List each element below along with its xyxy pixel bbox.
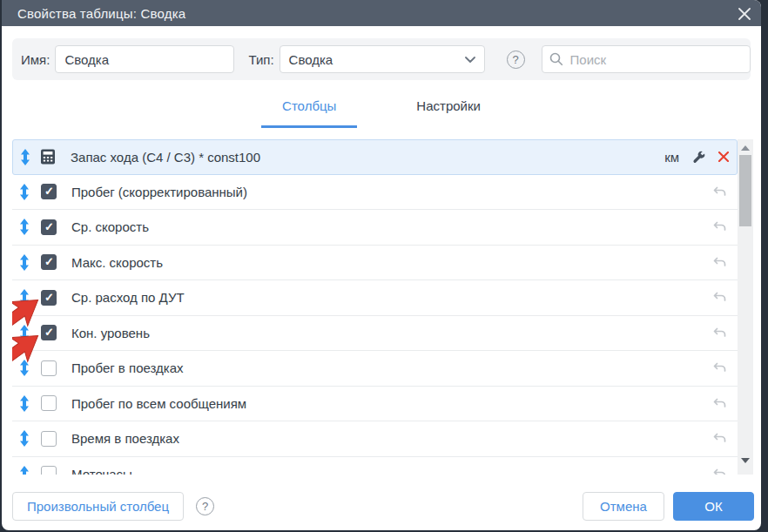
column-checkbox[interactable] [41, 254, 57, 270]
undo-icon[interactable] [712, 291, 727, 304]
column-checkbox[interactable] [41, 290, 57, 306]
cancel-button[interactable]: Отмена [583, 492, 664, 521]
search-icon [549, 52, 563, 66]
search-box [542, 45, 751, 73]
drag-handle-icon[interactable] [18, 184, 30, 200]
table-row[interactable]: Моточасы [12, 457, 738, 475]
scroll-down-icon[interactable] [738, 454, 753, 468]
scrollbar-thumb[interactable] [739, 155, 751, 226]
table-row[interactable]: Пробег (скорректированный) [12, 175, 738, 211]
calculator-icon [40, 149, 56, 165]
drag-handle-icon[interactable] [18, 325, 30, 341]
column-checkbox[interactable] [41, 325, 57, 340]
column-label: Пробег в поездках [71, 360, 712, 375]
type-label: Тип: [248, 52, 273, 67]
undo-icon[interactable] [712, 220, 727, 233]
column-label: Кон. уровень [71, 326, 712, 340]
custom-column-button[interactable]: Произвольный столбец [12, 492, 184, 521]
table-row[interactable]: Пробег в поездках [12, 351, 738, 387]
column-checkbox[interactable] [41, 466, 57, 475]
drag-handle-icon[interactable] [18, 219, 30, 235]
column-checkbox[interactable] [41, 219, 57, 235]
column-label: Пробег по всем сообщениям [71, 396, 712, 411]
column-label: Ср. расход по ДУТ [71, 290, 712, 305]
scroll-up-icon[interactable] [738, 141, 753, 155]
formula-actions: км [664, 150, 729, 165]
undo-icon[interactable] [712, 432, 727, 445]
tabs-bar: Столбцы Настройки [2, 87, 761, 128]
undo-icon[interactable] [712, 327, 727, 340]
delete-icon[interactable] [718, 152, 729, 162]
dialog-header: Свойства таблицы: Сводка [2, 0, 761, 26]
drag-handle-icon[interactable] [18, 289, 30, 306]
table-row[interactable]: Пробег по всем сообщениям [12, 387, 738, 422]
help-icon[interactable]: ? [507, 51, 525, 69]
wrench-icon[interactable] [692, 151, 705, 164]
column-label: Запас хода (C4 / C3) * const100 [71, 150, 664, 165]
type-select[interactable]: Сводка [280, 45, 485, 73]
drag-handle-icon[interactable] [18, 466, 30, 475]
column-label: Время в поездках [71, 431, 712, 446]
drag-handle-icon[interactable] [18, 254, 30, 271]
search-input[interactable] [542, 45, 751, 73]
columns-list: Запас хода (C4 / C3) * const100 км Пробе… [12, 139, 738, 475]
type-select-value: Сводка [289, 52, 333, 67]
scrollbar[interactable] [738, 139, 753, 475]
drag-handle-icon[interactable] [18, 395, 30, 412]
tab-columns[interactable]: Столбцы [261, 87, 357, 128]
table-row[interactable]: Ср. расход по ДУТ [12, 280, 738, 316]
tab-settings[interactable]: Настройки [395, 87, 502, 128]
table-row[interactable]: Запас хода (C4 / C3) * const100 км [12, 139, 738, 175]
undo-icon[interactable] [712, 256, 727, 269]
close-icon[interactable] [737, 6, 752, 22]
drag-handle-icon[interactable] [19, 149, 31, 165]
dialog-title: Свойства таблицы: Сводка [2, 6, 185, 21]
table-row[interactable]: Время в поездках [12, 421, 738, 457]
table-properties-dialog: Свойства таблицы: Сводка Имя: Тип: Сводк… [2, 0, 761, 530]
undo-icon[interactable] [712, 185, 727, 199]
table-row[interactable]: Ср. скорость [12, 210, 738, 246]
column-label: Ср. скорость [71, 219, 712, 234]
undo-icon[interactable] [712, 361, 727, 374]
column-checkbox[interactable] [41, 360, 57, 376]
column-label: Пробег (скорректированный) [71, 185, 712, 199]
undo-icon[interactable] [712, 468, 727, 475]
drag-handle-icon[interactable] [18, 360, 30, 376]
drag-handle-icon[interactable] [18, 430, 30, 447]
column-label: Макс. скорость [71, 255, 712, 270]
column-label: Моточасы [71, 467, 712, 475]
ok-button[interactable]: ОК [673, 492, 754, 521]
column-checkbox[interactable] [41, 395, 57, 411]
help-icon[interactable]: ? [196, 497, 214, 515]
table-row[interactable]: Макс. скорость [12, 246, 738, 281]
column-checkbox[interactable] [41, 431, 57, 447]
form-bar: Имя: Тип: Сводка ? [12, 38, 751, 80]
column-checkbox[interactable] [41, 184, 57, 199]
undo-icon[interactable] [712, 397, 727, 410]
table-row[interactable]: Кон. уровень [12, 316, 738, 352]
name-label: Имя: [21, 52, 50, 67]
dialog-footer: Произвольный столбец ? Отмена ОК [12, 492, 754, 521]
name-input[interactable] [55, 45, 234, 73]
unit-label: км [664, 150, 679, 165]
chevron-down-icon [465, 57, 475, 64]
